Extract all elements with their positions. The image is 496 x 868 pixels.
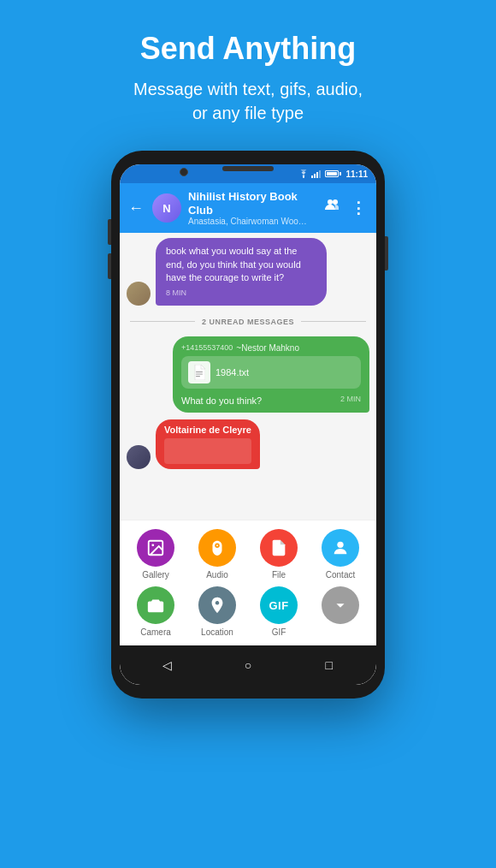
gallery-icon — [146, 538, 165, 557]
svg-rect-5 — [196, 376, 200, 377]
attachment-location[interactable]: Location — [188, 586, 246, 637]
sender-avatar-2 — [127, 445, 151, 469]
volume-up-button — [108, 219, 111, 245]
status-time: 11:11 — [345, 169, 368, 179]
signal-icon — [311, 169, 321, 178]
attachment-grid-row2: Camera Location GIF — [127, 586, 369, 637]
battery-icon — [325, 170, 339, 177]
file-doc-icon — [193, 365, 205, 380]
status-bar: 11:11 — [120, 164, 376, 183]
voltairine-image — [164, 438, 251, 464]
sender-avatar — [127, 282, 151, 306]
phone-camera — [180, 168, 188, 176]
svg-rect-4 — [196, 373, 203, 374]
group-avatar: N — [152, 193, 181, 223]
location-label: Location — [201, 627, 233, 637]
power-button — [385, 236, 388, 271]
volume-down-button — [108, 253, 111, 279]
contact-icon — [331, 538, 350, 557]
svg-point-2 — [333, 199, 338, 205]
phone-body: 11:11 ← N Nihilist History Book Club Ana… — [111, 151, 385, 699]
nav-home-button[interactable]: ○ — [235, 652, 261, 678]
phone-screen: 11:11 ← N Nihilist History Book Club Ana… — [120, 164, 376, 685]
attachment-gif[interactable]: GIF GIF — [250, 586, 308, 637]
contact-label: Contact — [326, 570, 355, 580]
received-time: 8 MIN — [166, 288, 316, 299]
sent-with-avatar-row: Voltairine de Cleyre — [120, 416, 376, 473]
location-icon — [208, 596, 227, 615]
app-bar-title: Nihilist History Book Club — [188, 190, 315, 217]
back-button[interactable]: ← — [127, 198, 145, 219]
gif-text: GIF — [269, 599, 288, 612]
audio-label: Audio — [206, 570, 228, 580]
people-icon[interactable] — [322, 197, 344, 219]
file-icon — [269, 538, 288, 557]
gif-label: GIF — [272, 627, 286, 637]
sender-phone: +14155537400 — [181, 343, 233, 352]
attachment-contact[interactable]: Contact — [311, 529, 369, 580]
attachment-area: Gallery Audio — [120, 520, 376, 645]
svg-point-1 — [328, 199, 333, 205]
app-bar-subtitle: Anastasia, Chairwoman Woof, ... — [188, 217, 308, 226]
wifi-icon — [298, 169, 309, 178]
voltairine-bubble: Voltairine de Cleyre — [156, 419, 260, 469]
nav-back-button[interactable]: ◁ — [154, 652, 180, 678]
sender-name: ~Nestor Mahkno — [236, 343, 299, 353]
svg-point-0 — [303, 176, 304, 178]
file-name: 1984.txt — [216, 367, 249, 378]
svg-point-9 — [216, 544, 218, 546]
sent-time: 2 MIN — [340, 395, 361, 403]
page-title: Send Anything — [34, 31, 462, 67]
status-icons — [298, 169, 339, 178]
chevron-down-icon — [331, 596, 350, 615]
attachment-file[interactable]: File — [250, 529, 308, 580]
bottom-nav: ◁ ○ □ — [120, 645, 376, 685]
nav-recents-button[interactable]: □ — [316, 652, 342, 678]
file-label: File — [272, 570, 286, 580]
page-header: Send Anything Message with text, gifs, a… — [0, 0, 496, 142]
more-options-icon[interactable]: ⋮ — [347, 197, 369, 219]
sent-bubble: +14155537400 ~Nestor Mahkno — [173, 336, 369, 413]
received-text: book what you would say at the end, do y… — [166, 246, 301, 282]
chat-area: book what you would say at the end, do y… — [120, 233, 376, 520]
app-bar: ← N Nihilist History Book Club Anastasia… — [120, 183, 376, 233]
voltairine-sender: Voltairine de Cleyre — [164, 425, 251, 435]
app-bar-actions: ⋮ — [322, 197, 369, 219]
app-bar-info: Nihilist History Book Club Anastasia, Ch… — [188, 190, 315, 226]
camera-icon — [146, 596, 165, 615]
gallery-label: Gallery — [142, 570, 169, 580]
page-subtitle: Message with text, gifs, audio, or any f… — [34, 77, 462, 125]
attachment-gallery[interactable]: Gallery — [127, 529, 185, 580]
audio-icon — [208, 538, 227, 557]
attachment-camera[interactable]: Camera — [127, 586, 185, 637]
svg-point-10 — [337, 542, 343, 548]
svg-rect-3 — [196, 372, 203, 372]
svg-point-7 — [151, 544, 154, 546]
page-background: Send Anything Message with text, gifs, a… — [0, 0, 496, 868]
phone-device: 11:11 ← N Nihilist History Book Club Ana… — [0, 151, 496, 699]
unread-divider: 2 UNREAD MESSAGES — [120, 311, 376, 333]
attachment-more[interactable] — [311, 586, 369, 637]
received-bubble: book what you would say at the end, do y… — [156, 238, 327, 306]
received-message: book what you would say at the end, do y… — [120, 233, 376, 311]
attachment-grid-row1: Gallery Audio — [127, 529, 369, 580]
camera-label: Camera — [140, 627, 171, 637]
unread-label: 2 UNREAD MESSAGES — [202, 318, 294, 326]
sent-text: What do you think? — [181, 395, 262, 406]
attachment-audio[interactable]: Audio — [188, 529, 246, 580]
file-attachment: 1984.txt — [181, 356, 361, 389]
sent-message-container: +14155537400 ~Nestor Mahkno — [120, 333, 376, 416]
